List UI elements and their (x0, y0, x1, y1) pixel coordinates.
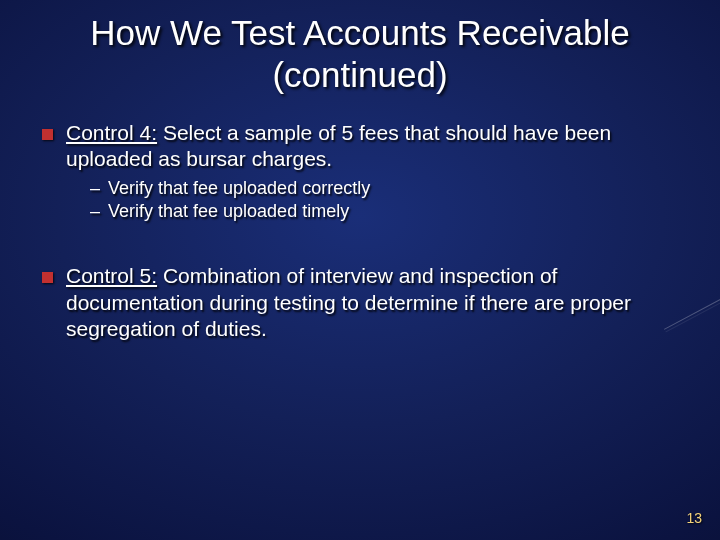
sub-bullet: Verify that fee uploaded timely (90, 200, 680, 223)
spacer (40, 229, 680, 257)
page-number: 13 (686, 510, 702, 526)
sub-bullet-list: Verify that fee uploaded correctly Verif… (66, 177, 680, 224)
bullet-label: Control 4: (66, 121, 157, 144)
slide-body: Control 4: Select a sample of 5 fees tha… (0, 96, 720, 342)
bullet-control-4: Control 4: Select a sample of 5 fees tha… (40, 120, 680, 223)
bullet-label: Control 5: (66, 264, 157, 287)
slide-title: How We Test Accounts Receivable (continu… (0, 0, 720, 96)
bullet-list: Control 4: Select a sample of 5 fees tha… (40, 120, 680, 342)
sub-bullet: Verify that fee uploaded correctly (90, 177, 680, 200)
slide: How We Test Accounts Receivable (continu… (0, 0, 720, 540)
bullet-control-5: Control 5: Combination of interview and … (40, 263, 680, 342)
